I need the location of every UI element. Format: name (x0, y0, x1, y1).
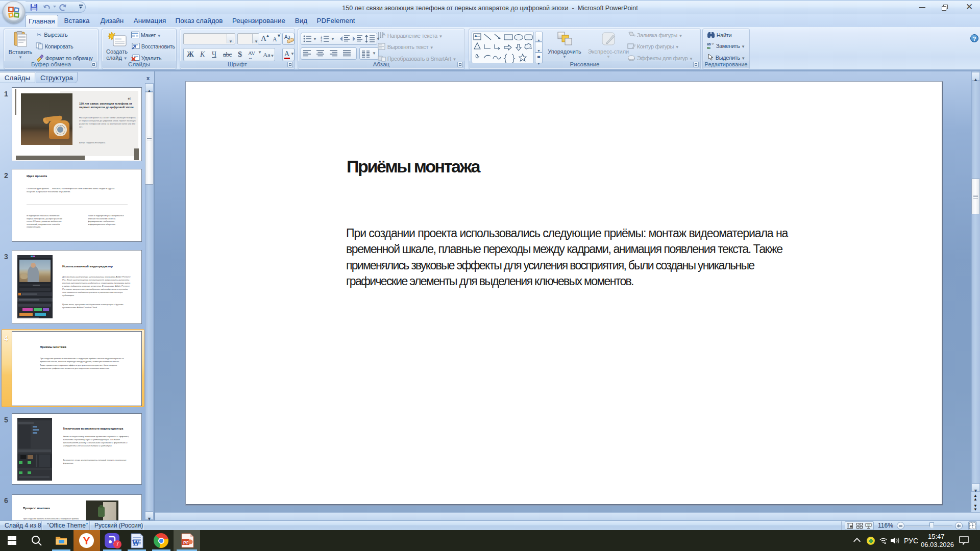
svg-text:3: 3 (321, 40, 322, 42)
svg-text:W: W (132, 538, 140, 547)
svg-text:ab: ab (707, 42, 711, 46)
svg-text:А: А (382, 32, 385, 37)
svg-text:A: A (475, 34, 477, 38)
svg-text:ас: ас (707, 46, 711, 49)
